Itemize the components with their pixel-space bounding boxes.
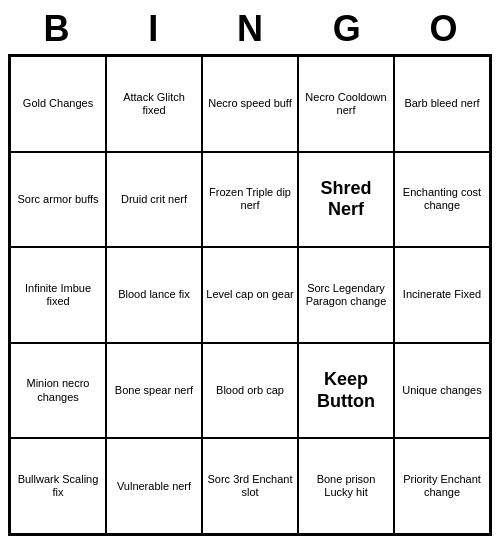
- bingo-cell-15: Minion necro changes: [10, 343, 106, 439]
- bingo-cell-21: Vulnerable nerf: [106, 438, 202, 534]
- bingo-cell-3: Necro Cooldown nerf: [298, 56, 394, 152]
- bingo-cell-20: Bullwark Scaling fix: [10, 438, 106, 534]
- bingo-cell-12: Level cap on gear: [202, 247, 298, 343]
- bingo-cell-0: Gold Changes: [10, 56, 106, 152]
- header-letter-o: O: [400, 8, 488, 50]
- bingo-cell-6: Druid crit nerf: [106, 152, 202, 248]
- bingo-cell-24: Priority Enchant change: [394, 438, 490, 534]
- bingo-cell-7: Frozen Triple dip nerf: [202, 152, 298, 248]
- bingo-cell-18: Keep Button: [298, 343, 394, 439]
- bingo-cell-10: Infinite Imbue fixed: [10, 247, 106, 343]
- bingo-cell-5: Sorc armor buffs: [10, 152, 106, 248]
- bingo-cell-23: Bone prison Lucky hit: [298, 438, 394, 534]
- bingo-cell-22: Sorc 3rd Enchant slot: [202, 438, 298, 534]
- bingo-cell-4: Barb bleed nerf: [394, 56, 490, 152]
- header-letter-g: G: [303, 8, 391, 50]
- bingo-cell-19: Unique changes: [394, 343, 490, 439]
- bingo-cell-1: Attack Glitch fixed: [106, 56, 202, 152]
- bingo-cell-9: Enchanting cost change: [394, 152, 490, 248]
- bingo-cell-17: Blood orb cap: [202, 343, 298, 439]
- bingo-cell-16: Bone spear nerf: [106, 343, 202, 439]
- bingo-cell-13: Sorc Legendary Paragon change: [298, 247, 394, 343]
- header-letter-n: N: [206, 8, 294, 50]
- header-letter-b: B: [12, 8, 100, 50]
- bingo-cell-2: Necro speed buff: [202, 56, 298, 152]
- bingo-cell-11: Blood lance fix: [106, 247, 202, 343]
- bingo-grid: Gold ChangesAttack Glitch fixedNecro spe…: [8, 54, 492, 536]
- header-letter-i: I: [109, 8, 197, 50]
- bingo-header: BINGO: [8, 8, 492, 50]
- bingo-cell-14: Incinerate Fixed: [394, 247, 490, 343]
- bingo-cell-8: Shred Nerf: [298, 152, 394, 248]
